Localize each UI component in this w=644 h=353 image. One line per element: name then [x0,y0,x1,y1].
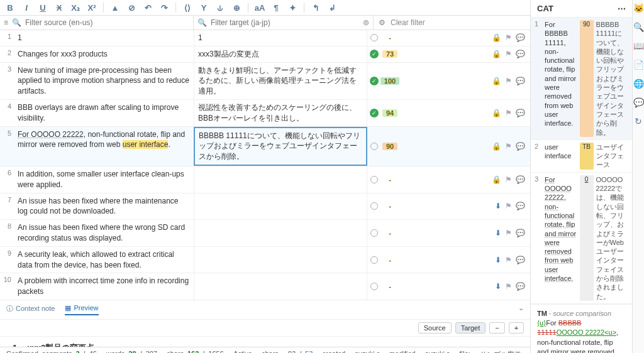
filter-source-input[interactable] [25,18,189,27]
zoom-in-button[interactable]: + [509,322,524,334]
doc-icon[interactable]: 📄 [633,59,644,70]
more-icon[interactable]: ⋯ [618,4,626,13]
comment-icon[interactable]: 💬 [516,175,525,184]
subscript-icon[interactable]: X₂ [70,3,80,13]
settings-icon[interactable]: ⚙ [379,18,386,27]
comment-icon[interactable]: 💬 [633,97,644,108]
book-icon[interactable]: 📖 [633,40,644,52]
redo-icon[interactable]: ↷ [159,3,169,13]
target-cell[interactable] [194,193,367,220]
italic-icon[interactable]: I [21,3,31,13]
comment-icon[interactable]: 💬 [516,202,525,210]
comment-icon[interactable]: 💬 [516,77,525,85]
lock-icon[interactable]: 🔒 [492,142,501,151]
source-cell[interactable]: New tuning of image pre-processing has b… [14,63,194,99]
source-cell[interactable]: A security leak, which allowed to extrac… [14,247,194,273]
cat-match-row[interactable]: 1 For BBBBB 11111, non-functional rotate… [531,18,632,140]
target-cell[interactable]: 動きをより鮮明にし、アーチファクトを低減するために、新しい画像前処理チューニング… [194,63,367,99]
lock-icon[interactable]: 🔒 [492,77,501,85]
flag-icon[interactable]: ⚑ [505,50,512,58]
lock-icon[interactable]: 🔒 [492,33,501,42]
cat-icon[interactable]: 🐱 [633,3,644,14]
source-cell[interactable]: Changes for xxx3 products [14,46,194,62]
zoom-out-button[interactable]: − [489,322,504,334]
flag-icon[interactable]: ⚑ [505,202,512,210]
nav-up-icon[interactable]: ↰ [311,3,321,13]
comment-icon[interactable]: 💬 [516,256,525,264]
target-cell[interactable]: 1 [194,30,367,46]
bold-icon[interactable]: B [5,3,15,13]
target-cell[interactable]: xxx3製品の変更点 [194,46,367,62]
refresh-icon[interactable]: ↻ [633,116,644,127]
add-icon[interactable]: ⊕ [231,3,242,13]
source-button[interactable]: Source [418,322,452,334]
tab-preview[interactable]: ▦Preview [65,304,98,315]
table-row[interactable]: 6 In addition, some smaller user interfa… [0,166,530,193]
undo-icon[interactable]: ↶ [143,3,153,13]
merge-icon[interactable]: ⫝ [215,3,225,13]
table-row[interactable]: 10 A problem with incorrect time zone in… [0,273,530,300]
filter-icon[interactable]: ≡ [4,18,8,27]
source-cell[interactable]: An issue has been fixed where the mainte… [14,193,194,220]
target-button[interactable]: Target [455,322,486,334]
underline-icon[interactable]: U [38,3,48,13]
filter-target-input[interactable] [211,18,359,27]
table-row[interactable]: 1 1 1 - 🔒⚑💬 [0,30,530,46]
comment-icon[interactable]: 💬 [516,50,525,58]
download-icon[interactable]: ⬇ [495,282,501,291]
target-cell[interactable]: BBBBB 11111について、機能しない回転やフリップおよびミラーをウェブユー… [194,127,367,166]
comment-icon[interactable]: 💬 [516,142,525,151]
flag-icon[interactable]: ⚑ [505,256,512,264]
target-cell[interactable]: 視認性を改善するためのスケーリングの後に、BBBオーバーレイを引き出し。 [194,100,367,126]
flag-icon[interactable]: ⚑ [505,229,512,237]
lock-icon[interactable]: 🔒 [492,109,501,117]
source-cell[interactable]: A problem with incorrect time zone info … [14,273,194,300]
cat-match-row[interactable]: 2 user interface TB ユーザインタフェース [531,140,632,173]
source-cell[interactable]: In addition, some smaller user interface… [14,166,194,193]
flag-icon[interactable]: ⚑ [505,77,512,85]
source-cell[interactable]: For OOOOO 22222, non-functional rotate, … [14,127,194,166]
flag-icon[interactable]: ⚑ [505,142,512,151]
cat-match-row[interactable]: 3 For OOOOO 22222, non-functional rotate… [531,173,632,304]
pilcrow-icon[interactable]: ¶ [271,3,281,13]
target-cell[interactable] [194,273,367,300]
clear-filter-button[interactable]: Clear filter [391,18,425,27]
table-row[interactable]: 4 BBB overlays are drawn after scaling t… [0,100,530,127]
comment-icon[interactable]: 💬 [516,109,525,117]
nav-down-icon[interactable]: ↲ [327,3,337,13]
case-icon[interactable]: aA [255,3,265,13]
table-row[interactable]: 2 Changes for xxx3 products xxx3製品の変更点 ✓… [0,46,530,63]
tab-context-note[interactable]: ⓘContext note [6,304,55,315]
comment-icon[interactable]: 💬 [516,229,525,237]
table-row[interactable]: 5 For OOOOO 22222, non-functional rotate… [0,127,530,166]
globe-icon[interactable]: 🌐 [633,78,644,89]
table-row[interactable]: 7 An issue has been fixed where the main… [0,193,530,220]
flag-icon[interactable]: ⚑ [505,109,512,117]
flag-icon[interactable]: ⚑ [505,33,512,42]
source-cell[interactable]: An issue has been fixed where the wrong … [14,220,194,246]
download-icon[interactable]: ⬇ [495,229,501,237]
highlight-icon[interactable]: ▲ [110,3,120,13]
lock-icon[interactable]: 🔒 [492,50,501,58]
target-cell[interactable] [194,166,367,193]
flag-icon[interactable]: ⚑ [505,282,512,291]
lock-icon[interactable]: 🔒 [492,175,501,184]
download-icon[interactable]: ⬇ [495,256,501,264]
download-icon[interactable]: ⬇ [495,202,501,210]
branch-icon[interactable]: Y [199,3,209,13]
superscript-icon[interactable]: X² [87,3,97,13]
flag-icon[interactable]: ⚑ [505,175,512,184]
options-icon[interactable]: ⊚ [363,18,369,27]
strike-icon[interactable]: X [54,3,64,13]
comment-icon[interactable]: 💬 [516,33,525,42]
target-cell[interactable] [194,220,367,246]
source-cell[interactable]: 1 [14,30,194,46]
sparkle-icon[interactable]: ✦ [287,3,297,13]
chevron-down-icon[interactable]: ⌄ [518,304,524,315]
comment-icon[interactable]: 💬 [516,282,525,291]
table-row[interactable]: 9 A security leak, which allowed to extr… [0,247,530,274]
tag-icon[interactable]: ⟨⟩ [182,3,192,13]
target-cell[interactable] [194,247,367,273]
search-icon[interactable]: 🔍 [633,21,644,33]
clear-format-icon[interactable]: ⊘ [126,3,136,13]
